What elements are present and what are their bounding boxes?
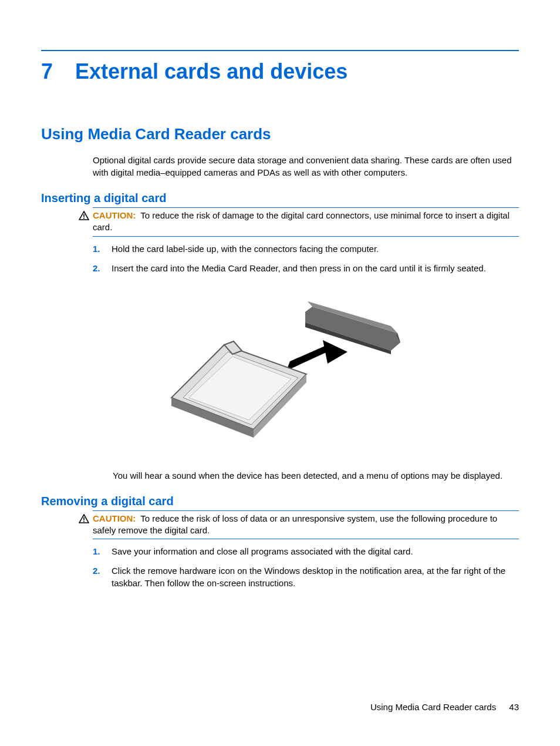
svg-marker-8 bbox=[323, 340, 348, 364]
svg-marker-7 bbox=[286, 345, 330, 371]
subsection-heading-removing: Removing a digital card bbox=[41, 495, 519, 508]
caution-block-remove: CAUTION:To reduce the risk of loss of da… bbox=[79, 510, 519, 540]
chapter-title: External cards and devices bbox=[75, 59, 348, 84]
step-text: Hold the card label-side up, with the co… bbox=[112, 243, 379, 255]
list-item: 2. Insert the card into the Media Card R… bbox=[93, 262, 519, 274]
footer-page-number: 43 bbox=[509, 702, 519, 712]
svg-point-2 bbox=[83, 218, 85, 219]
caution-label: CAUTION: bbox=[93, 513, 136, 523]
section-heading-using-media-card-reader-cards: Using Media Card Reader cards bbox=[41, 125, 519, 143]
insert-result-text: You will hear a sound when the device ha… bbox=[113, 469, 519, 482]
caution-text: To reduce the risk of loss of data or an… bbox=[93, 513, 497, 535]
chapter-number: 7 bbox=[41, 59, 53, 84]
step-text: Insert the card into the Media Card Read… bbox=[112, 262, 486, 274]
caution-icon bbox=[79, 211, 89, 223]
footer-section-name: Using Media Card Reader cards bbox=[370, 702, 496, 712]
caution-icon bbox=[79, 514, 89, 526]
step-number: 1. bbox=[93, 545, 101, 557]
intro-paragraph: Optional digital cards provide secure da… bbox=[93, 154, 519, 179]
insert-steps: 1. Hold the card label-side up, with the… bbox=[93, 243, 519, 274]
caution-block-insert: CAUTION:To reduce the risk of damage to … bbox=[79, 207, 519, 237]
figure-insert-card bbox=[41, 286, 519, 459]
chapter-header: 7 External cards and devices bbox=[41, 59, 519, 84]
caution-label: CAUTION: bbox=[93, 210, 136, 220]
subsection-heading-inserting: Inserting a digital card bbox=[41, 191, 519, 205]
step-number: 1. bbox=[93, 243, 101, 255]
remove-steps: 1. Save your information and close all p… bbox=[93, 545, 519, 589]
list-item: 1. Save your information and close all p… bbox=[93, 545, 519, 557]
caution-text: To reduce the risk of damage to the digi… bbox=[93, 210, 510, 232]
step-text: Save your information and close all prog… bbox=[112, 545, 413, 557]
svg-point-17 bbox=[83, 520, 85, 522]
list-item: 1. Hold the card label-side up, with the… bbox=[93, 243, 519, 255]
page-footer: Using Media Card Reader cards 43 bbox=[370, 702, 519, 712]
step-number: 2. bbox=[93, 564, 101, 589]
step-text: Click the remove hardware icon on the Wi… bbox=[112, 564, 519, 589]
list-item: 2. Click the remove hardware icon on the… bbox=[93, 564, 519, 589]
step-number: 2. bbox=[93, 262, 101, 274]
